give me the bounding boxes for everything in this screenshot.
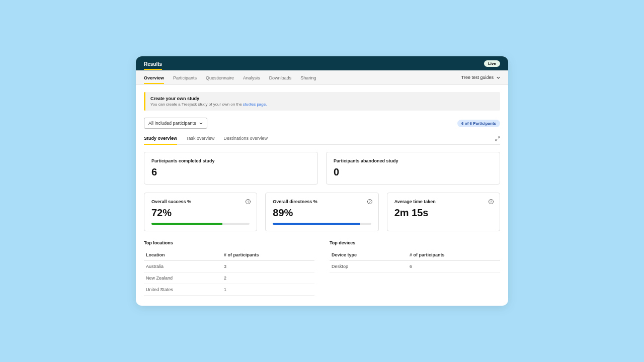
tab-overview[interactable]: Overview (144, 71, 164, 84)
tab-downloads[interactable]: Downloads (269, 71, 292, 84)
table-row: Australia 3 (144, 261, 314, 273)
top-devices-table: Top devices Device type # of participant… (330, 240, 500, 296)
location-name: Australia (146, 264, 224, 269)
content-area: Create your own study You can create a T… (136, 85, 508, 306)
topbar-tab-results[interactable]: Results (144, 57, 162, 70)
location-count: 3 (224, 264, 312, 269)
completed-value: 6 (151, 166, 310, 178)
section-tabs: Study overview Task overview Destination… (144, 136, 500, 145)
participant-filter-label: All included participants (148, 121, 196, 126)
tree-test-guides-label: Tree test guides (461, 75, 494, 80)
tab-questionnaire[interactable]: Questionnaire (206, 71, 234, 84)
completed-label: Participants completed study (151, 158, 310, 163)
device-name: Desktop (332, 264, 410, 269)
summary-cards: Participants completed study 6 Participa… (144, 152, 500, 185)
directness-bar-fill (273, 223, 360, 225)
location-name: United States (146, 287, 224, 292)
studies-page-link[interactable]: studies page. (243, 102, 267, 107)
abandoned-label: Participants abandoned study (334, 158, 493, 163)
devices-header: Device type # of participants (330, 249, 500, 261)
app-window: Results Live Overview Participants Quest… (136, 56, 508, 306)
table-row: United States 1 (144, 284, 314, 296)
tab-sharing[interactable]: Sharing (300, 71, 316, 84)
directness-label: Overall directness % (273, 199, 371, 204)
tab-study-overview[interactable]: Study overview (144, 136, 177, 144)
location-count: 2 (224, 276, 312, 281)
device-count: 6 (410, 264, 498, 269)
locations-title: Top locations (144, 240, 314, 245)
locations-col-count: # of participants (224, 252, 312, 257)
locations-header: Location # of participants (144, 249, 314, 261)
tab-destinations-overview[interactable]: Destinations overview (224, 136, 268, 144)
tables-row: Top locations Location # of participants… (144, 240, 500, 296)
subnav-tabs: Overview Participants Questionnaire Anal… (144, 71, 316, 84)
time-label: Average time taken (394, 199, 493, 204)
time-value: 2m 15s (394, 207, 493, 219)
success-bar (151, 223, 250, 225)
tab-participants[interactable]: Participants (173, 71, 197, 84)
metric-cards: Overall success % ? 72% Overall directne… (144, 193, 500, 231)
completed-card: Participants completed study 6 (144, 152, 318, 185)
tree-test-guides-dropdown[interactable]: Tree test guides (461, 75, 500, 80)
directness-value: 89% (273, 207, 371, 219)
topbar: Results Live (136, 56, 508, 70)
top-locations-table: Top locations Location # of participants… (144, 240, 314, 296)
devices-col-name: Device type (332, 252, 410, 257)
overall-directness-card: Overall directness % ? 89% (265, 193, 378, 231)
chevron-down-icon (199, 122, 203, 125)
locations-col-name: Location (146, 252, 224, 257)
devices-col-count: # of participants (410, 252, 498, 257)
tab-analysis[interactable]: Analysis (243, 71, 260, 84)
create-study-banner: Create your own study You can create a T… (144, 92, 500, 111)
banner-title: Create your own study (150, 96, 495, 101)
expand-icon[interactable] (495, 136, 500, 144)
success-bar-fill (151, 223, 222, 225)
location-name: New Zealand (146, 276, 224, 281)
banner-body-prefix: You can create a Treejack study of your … (150, 102, 243, 107)
location-count: 1 (224, 287, 312, 292)
live-status-pill: Live (484, 60, 500, 67)
overall-success-card: Overall success % ? 72% (144, 193, 257, 231)
tab-task-overview[interactable]: Task overview (186, 136, 215, 144)
abandoned-value: 0 (334, 166, 493, 178)
participant-count-pill: 6 of 6 Participants (457, 120, 500, 127)
participant-filter-dropdown[interactable]: All included participants (144, 118, 207, 129)
directness-bar (273, 223, 371, 225)
help-icon[interactable]: ? (367, 199, 372, 204)
devices-title: Top devices (330, 240, 500, 245)
banner-body: You can create a Treejack study of your … (150, 102, 495, 107)
table-row: Desktop 6 (330, 261, 500, 273)
chevron-down-icon (497, 76, 500, 79)
success-label: Overall success % (151, 199, 250, 204)
help-icon[interactable]: ? (489, 199, 494, 204)
abandoned-card: Participants abandoned study 0 (326, 152, 500, 185)
success-value: 72% (151, 207, 250, 219)
subnav: Overview Participants Questionnaire Anal… (136, 70, 508, 85)
average-time-card: Average time taken ? 2m 15s (387, 193, 500, 231)
help-icon[interactable]: ? (246, 199, 251, 204)
table-row: New Zealand 2 (144, 273, 314, 284)
controls-row: All included participants 6 of 6 Partici… (144, 118, 500, 129)
